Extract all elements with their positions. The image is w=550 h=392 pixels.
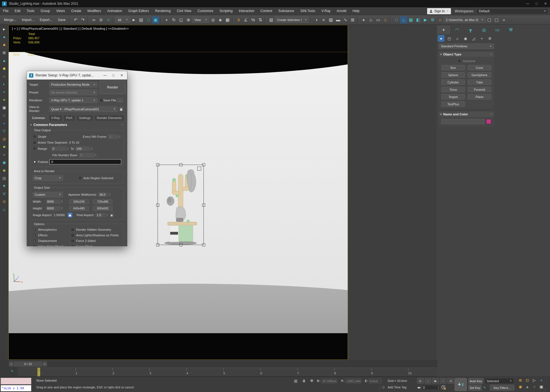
size-preset-640x480-button[interactable]: 640x480: [69, 206, 89, 211]
option-checkbox[interactable]: [71, 239, 74, 243]
half-sphere-tool-icon[interactable]: ◐: [1, 81, 7, 87]
mini-curve-editor-icon[interactable]: ∿: [11, 369, 14, 373]
menu-item[interactable]: Edit: [11, 9, 24, 13]
primitive-button[interactable]: GeoSphere: [468, 72, 491, 78]
tab-common[interactable]: Common: [29, 115, 48, 121]
arrow-down-tool-icon[interactable]: ▼: [1, 183, 7, 189]
cursor-tool-icon[interactable]: ►: [1, 26, 7, 32]
renderer-dropdown[interactable]: V-Ray GPU 7, update 1▼: [49, 97, 97, 103]
export-button[interactable]: Export...: [37, 15, 55, 25]
next-frame-button[interactable]: ›: [440, 378, 446, 384]
select-place-icon[interactable]: ⊕: [185, 16, 192, 24]
frames-input[interactable]: 0: [50, 159, 121, 164]
menu-item[interactable]: Substance: [275, 9, 297, 13]
import-button[interactable]: Import...: [19, 15, 37, 25]
merge-button[interactable]: Merge...: [1, 15, 19, 25]
maximize-button[interactable]: □: [532, 0, 541, 7]
region-handle[interactable]: [156, 243, 159, 246]
render-production-icon[interactable]: ♨: [382, 16, 389, 24]
primitive-button[interactable]: Plane: [468, 94, 491, 99]
auto-key-button[interactable]: Auto Key: [468, 378, 483, 384]
create-tab[interactable]: +: [437, 25, 450, 34]
save-button[interactable]: Save: [55, 15, 68, 25]
rendered-frame-icon[interactable]: ▭: [375, 16, 382, 24]
autogrid-checkbox[interactable]: [458, 59, 461, 63]
menu-item[interactable]: Arnold: [334, 9, 350, 13]
bind-spacewarp-icon[interactable]: ≈: [105, 16, 112, 24]
vray-lightmix-icon[interactable]: ◧: [415, 16, 422, 24]
tab-vray[interactable]: V-Ray: [48, 115, 63, 121]
schematic-view-icon[interactable]: ⊞: [349, 16, 356, 24]
menu-item[interactable]: Customize: [195, 9, 217, 13]
diamond-tool-icon[interactable]: ◇: [1, 112, 7, 118]
menu-item[interactable]: Modifiers: [84, 9, 104, 13]
rect-selection-region-icon[interactable]: □: [145, 16, 152, 24]
primitive-button[interactable]: Tube: [468, 80, 491, 85]
target-dropdown[interactable]: Production Rendering Mode▼: [49, 82, 97, 87]
vray-render-icon[interactable]: ♨: [400, 16, 407, 24]
area-mode-dropdown[interactable]: Crop▼: [33, 175, 63, 181]
region-handle[interactable]: [202, 243, 205, 246]
mirror-icon[interactable]: ◑: [313, 16, 320, 24]
panel-tool-icon[interactable]: ▣: [1, 104, 7, 110]
common-parameters-rollout[interactable]: ▾ Common Parameters ∷: [29, 122, 125, 128]
select-link-icon[interactable]: ∞: [90, 16, 97, 24]
option-checkbox[interactable]: [71, 228, 74, 232]
region-edit-grip[interactable]: [197, 167, 201, 171]
menu-item[interactable]: Group: [38, 9, 53, 13]
zoom-extents-icon[interactable]: ⊕: [517, 377, 523, 383]
coordinate-system-dropdown[interactable]: View▼: [192, 17, 209, 23]
menu-item[interactable]: SiNi Tools: [297, 9, 318, 13]
material-editor-icon[interactable]: ●: [360, 16, 367, 24]
primitive-button[interactable]: TextPlus: [441, 101, 465, 107]
resize-grip[interactable]: ∷: [544, 388, 546, 392]
edit-selection-sets-icon[interactable]: ▥: [268, 16, 275, 24]
utilities-tab[interactable]: ⚒: [504, 25, 517, 34]
set-keys-button[interactable]: +⚷: [455, 378, 467, 391]
menu-item[interactable]: Graph Editors: [125, 9, 152, 13]
menu-item[interactable]: Views: [53, 9, 68, 13]
selection-lock-icon[interactable]: [302, 379, 306, 383]
vray-frame-buffer-icon[interactable]: ▦: [407, 16, 415, 24]
viewport-label[interactable]: [ + ] [ VRayPhysicalCamera001 ] [ Standa…: [12, 27, 129, 30]
option-checkbox[interactable]: [33, 239, 36, 243]
tab-settings[interactable]: Settings: [76, 115, 93, 121]
dialog-title-bar[interactable]: 3 Render Setup: V-Ray GPU 7, updat... — …: [27, 71, 127, 80]
menu-item[interactable]: Tools: [24, 9, 38, 13]
maxscript-listener-pink[interactable]: [1, 378, 31, 384]
category-dropdown[interactable]: Standard Primitives ▼: [439, 43, 494, 49]
option-checkbox[interactable]: [33, 234, 36, 237]
minimize-button[interactable]: —: [523, 0, 532, 7]
object-color-swatch[interactable]: [486, 119, 491, 124]
select-rotate-icon[interactable]: ↻: [170, 16, 177, 24]
view-lock-button[interactable]: [119, 107, 123, 111]
angle-snap-icon[interactable]: ∠: [242, 16, 249, 24]
height-spinner[interactable]: 6000▲▼: [46, 206, 63, 211]
frame-counter[interactable]: 0 / 10: [14, 361, 42, 367]
maxscript-listener-input[interactable]: "sLib v 1.50: [1, 385, 31, 391]
save-file-checkbox[interactable]: [100, 99, 103, 102]
layer-manager-icon[interactable]: ▧: [327, 16, 334, 24]
percent-snap-icon[interactable]: %: [249, 16, 257, 24]
tab-perf[interactable]: Perf.: [63, 115, 76, 121]
tab-render-elements[interactable]: Render Elements: [94, 115, 125, 121]
undo-icon[interactable]: ↶: [72, 16, 79, 24]
view-to-render-dropdown[interactable]: Quad 4 - VRayPhysicalCamera001▼: [49, 106, 118, 112]
motion-tab[interactable]: ◎: [478, 25, 490, 34]
redo-icon[interactable]: ↷: [79, 16, 86, 24]
output-size-dropdown[interactable]: Custom▼: [33, 192, 63, 197]
key-mode-toggle-icon[interactable]: ◀▶: [417, 386, 421, 389]
render-setup-icon[interactable]: ♨: [367, 16, 375, 24]
box-paint-tool-icon[interactable]: ■: [1, 42, 7, 48]
play-button[interactable]: ▶: [432, 378, 439, 384]
modify-tab[interactable]: ◠: [451, 25, 464, 34]
current-frame-spinner[interactable]: 0▲▼: [422, 385, 440, 390]
select-move-icon[interactable]: +: [163, 16, 170, 24]
go-to-start-button[interactable]: |«: [417, 378, 424, 384]
grid2-tool-icon[interactable]: ▤: [1, 175, 7, 181]
prev-frame-nav-button[interactable]: <: [9, 361, 13, 367]
key-filter-dropdown[interactable]: Selected ▼: [485, 378, 514, 384]
prev-frame-button[interactable]: ‹: [425, 378, 431, 384]
orbit-subobject-icon[interactable]: ○: [531, 384, 537, 389]
helpers-icon[interactable]: ◿: [470, 35, 477, 42]
